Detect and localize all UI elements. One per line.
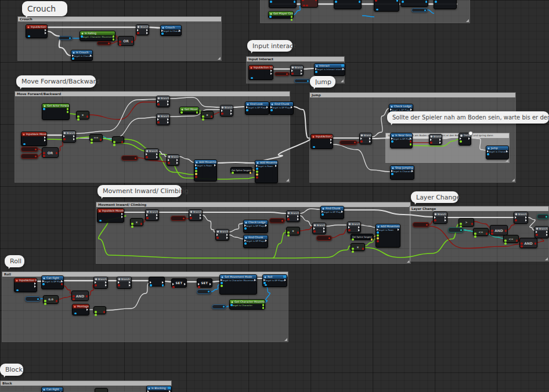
- pin-e[interactable]: [156, 217, 158, 219]
- node-mf-pill-3[interactable]: [121, 155, 138, 161]
- node-add-movement-input-3[interactable]: Add Movement InputTarget is Pawn: [375, 224, 400, 248]
- node-tr-node-4[interactable]: [374, 0, 399, 12]
- pin-dot[interactable]: [286, 73, 288, 75]
- node-mf-eq-2[interactable]: [112, 136, 124, 143]
- pin-o[interactable]: [72, 57, 74, 60]
- pin-dot[interactable]: [208, 291, 210, 292]
- pin-b[interactable]: [63, 138, 66, 140]
- node-crouch-fn[interactable]: CrouchTarget is Character: [160, 25, 182, 36]
- pin-b[interactable]: [157, 121, 160, 124]
- comment-bubble-move-forward[interactable]: Move Forward/Backward: [16, 75, 96, 88]
- pin-e[interactable]: [198, 283, 200, 285]
- pin-e[interactable]: [156, 153, 158, 155]
- pin-b[interactable]: [515, 219, 517, 222]
- pin-o[interactable]: [377, 231, 379, 234]
- pin-e[interactable]: [297, 215, 299, 217]
- pin-b[interactable]: [86, 295, 88, 297]
- pin-f[interactable]: [67, 111, 69, 113]
- pin-f[interactable]: [291, 19, 293, 21]
- pin-b[interactable]: [491, 233, 493, 235]
- pin-e[interactable]: [254, 279, 256, 281]
- pin-o[interactable]: [435, 1, 437, 3]
- pin-f[interactable]: [474, 233, 476, 235]
- pin-e[interactable]: [270, 70, 272, 72]
- node-lc-pill-2[interactable]: [448, 227, 464, 233]
- pin-o[interactable]: [315, 71, 317, 73]
- pin-e[interactable]: [330, 139, 332, 141]
- pin-e[interactable]: [230, 112, 232, 115]
- pin-o[interactable]: [42, 283, 45, 285]
- pin-dot[interactable]: [307, 80, 309, 82]
- comment-title[interactable]: Move Forward/Backward: [15, 92, 290, 96]
- pin-e[interactable]: [391, 137, 393, 140]
- node-get-player-controller[interactable]: Get Player Controller: [268, 11, 294, 19]
- node-interact-pill-2[interactable]: [294, 79, 310, 83]
- blueprint-canvas[interactable]: CrouchInput InteractMove Forward/Backwar…: [0, 0, 549, 392]
- pin-e[interactable]: [137, 29, 139, 31]
- node-jump-fn[interactable]: JumpTarget is Character: [486, 146, 509, 159]
- pin-e[interactable]: [230, 110, 232, 112]
- pin-e[interactable]: [121, 216, 123, 218]
- pin-b[interactable]: [348, 229, 351, 231]
- pin-o[interactable]: [81, 35, 83, 38]
- pin-e[interactable]: [377, 228, 378, 231]
- node-cl-pill-2[interactable]: [269, 218, 285, 223]
- node-lc-branch-1[interactable]: Branch: [433, 212, 447, 224]
- pin-f[interactable]: [377, 234, 379, 237]
- node-cl-cmp-1[interactable]: ×: [130, 218, 143, 226]
- pin-o[interactable]: [43, 108, 45, 110]
- pin-e[interactable]: [161, 30, 163, 32]
- comment-bubble-jump[interactable]: Jump: [310, 76, 335, 88]
- pin-f[interactable]: [91, 139, 93, 141]
- pin-o[interactable]: [28, 35, 30, 38]
- node-find-look[interactable]: Find LookTarget is BP Player: [245, 101, 269, 115]
- pin-f[interactable]: [95, 314, 97, 316]
- pin-e[interactable]: [44, 136, 46, 139]
- pin-e[interactable]: [291, 70, 293, 72]
- pin-v[interactable]: [256, 173, 258, 176]
- node-is-blocking[interactable]: Is Blocking: [146, 386, 172, 392]
- pin-dot[interactable]: [460, 229, 462, 231]
- pin-e[interactable]: [275, 165, 277, 167]
- node-mf-pill-2[interactable]: [21, 154, 38, 159]
- pin-e[interactable]: [156, 156, 158, 158]
- pin-f[interactable]: [262, 304, 265, 306]
- pin-b[interactable]: [190, 217, 192, 219]
- pin-b[interactable]: [287, 218, 290, 220]
- pin-e[interactable]: [266, 106, 268, 108]
- pin-f[interactable]: [460, 140, 462, 143]
- node-get-forward-vector[interactable]: Get Actor Forward Vector: [42, 103, 70, 120]
- pin-f[interactable]: [474, 235, 476, 238]
- pin-o[interactable]: [270, 1, 272, 3]
- node-crouch-pill-2[interactable]: [97, 41, 111, 45]
- node-roll-pill-2[interactable]: [197, 289, 211, 294]
- pin-e[interactable]: [391, 170, 393, 172]
- node-can-fight-1[interactable]: Can FightTarget is BP Player: [41, 275, 64, 289]
- node-lc-cmp-3[interactable]: <=: [503, 235, 519, 243]
- pin-b[interactable]: [195, 176, 197, 178]
- pin-b[interactable]: [434, 219, 436, 222]
- pin-e[interactable]: [270, 72, 272, 75]
- pin-e[interactable]: [468, 137, 470, 140]
- pin-dot[interactable]: [223, 306, 225, 307]
- pin-e[interactable]: [410, 108, 412, 111]
- node-roll-pill-1[interactable]: [25, 296, 41, 302]
- pin-b[interactable]: [118, 284, 120, 286]
- pin-f[interactable]: [44, 300, 46, 302]
- pin-b[interactable]: [516, 239, 518, 242]
- node-stop-jumping[interactable]: Stop JumpingTarget is Character: [390, 165, 414, 180]
- pin-o[interactable]: [359, 1, 361, 3]
- pin-e[interactable]: [214, 164, 216, 166]
- pin-e[interactable]: [313, 227, 315, 230]
- node-find-chunk-1[interactable]: Find ChunkTarget is BP Player: [269, 101, 294, 115]
- node-lc-branch-2[interactable]: Branch: [514, 212, 528, 224]
- node-jump-branch-2[interactable]: Branch: [429, 134, 442, 145]
- pin-e[interactable]: [323, 230, 325, 233]
- pin-b[interactable]: [256, 176, 258, 179]
- pin-e[interactable]: [168, 159, 169, 161]
- pin-o[interactable]: [263, 282, 266, 284]
- node-mf-branch-2[interactable]: Branch: [145, 148, 159, 160]
- pin-b[interactable]: [146, 217, 149, 219]
- comment-title[interactable]: Block: [1, 381, 171, 386]
- pin-e[interactable]: [86, 308, 88, 311]
